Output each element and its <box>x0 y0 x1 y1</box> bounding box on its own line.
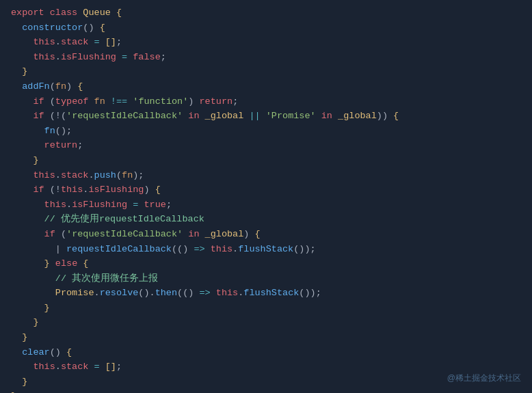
code-line-17: | requestIdleCallback(() => this.flushSt… <box>0 242 532 257</box>
code-line-10: return; <box>0 138 532 153</box>
code-line-18: } else { <box>0 256 532 271</box>
code-line-25: clear() { <box>0 345 532 360</box>
code-line-9: fn(); <box>0 124 532 139</box>
code-line-23: } <box>0 330 532 345</box>
code-line-16: if ('requestIdleCallback' in _global) { <box>0 227 532 242</box>
code-line-1: export class Queue { <box>0 5 532 21</box>
code-line-11: } <box>0 153 532 168</box>
code-line-5: } <box>0 64 532 79</box>
code-line-7: if (typeof fn !== 'function') return; <box>0 94 532 109</box>
code-line-21: } <box>0 301 532 316</box>
code-line-3: this.stack = []; <box>0 35 532 50</box>
code-line-13: if (!this.isFlushing) { <box>0 182 532 198</box>
code-line-22: } <box>0 315 532 330</box>
code-line-19: // 其次使用微任务上报 <box>0 271 532 286</box>
code-editor: export class Queue { constructor() { thi… <box>0 0 532 393</box>
code-line-12: this.stack.push(fn); <box>0 168 532 183</box>
watermark: @稀土掘金技术社区 <box>447 372 521 385</box>
code-line-28: } <box>0 389 532 393</box>
code-line-2: constructor() { <box>0 21 532 36</box>
code-line-8: if (!('requestIdleCallback' in _global |… <box>0 109 532 124</box>
code-line-14: this.isFlushing = true; <box>0 198 532 213</box>
code-line-20: Promise.resolve().then(() => this.flushS… <box>0 286 532 301</box>
code-line-15: // 优先使用requestIdleCallback <box>0 212 532 227</box>
code-line-4: this.isFlushing = false; <box>0 50 532 65</box>
code-line-6: addFn(fn) { <box>0 79 532 94</box>
